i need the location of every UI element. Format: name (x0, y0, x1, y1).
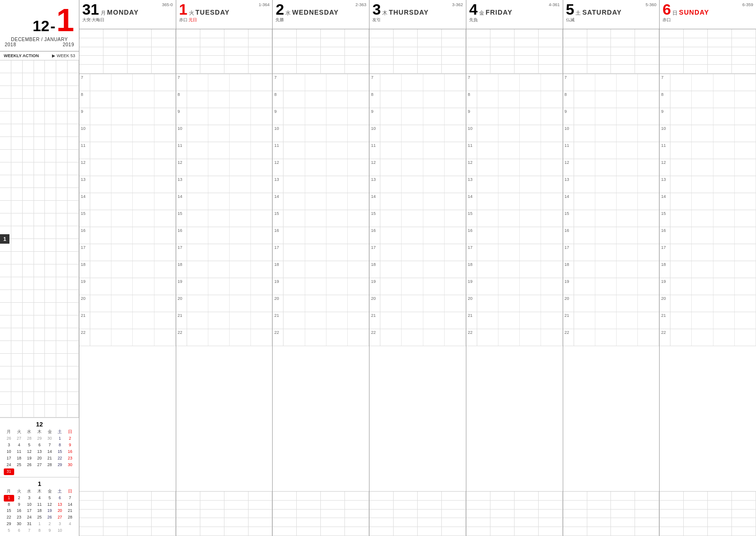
time-row-9[interactable]: 9 (660, 108, 756, 125)
time-row-20[interactable]: 20 (660, 295, 756, 312)
time-row-15[interactable]: 15 (660, 210, 756, 227)
time-row-20[interactable]: 20 (369, 295, 466, 312)
time-row-13[interactable]: 13 (660, 176, 756, 193)
time-row-9[interactable]: 9 (176, 108, 273, 125)
time-row-16[interactable]: 16 (660, 227, 756, 244)
time-row-20[interactable]: 20 (563, 295, 660, 312)
time-row-10[interactable]: 10 (660, 125, 756, 142)
time-row-18[interactable]: 18 (466, 261, 563, 278)
time-row-9[interactable]: 9 (466, 108, 563, 125)
time-row-12[interactable]: 12 (466, 159, 563, 176)
time-row-14[interactable]: 14 (369, 193, 466, 210)
time-row-10[interactable]: 10 (369, 125, 466, 142)
time-row-11[interactable]: 11 (660, 142, 756, 159)
time-row-8[interactable]: 8 (176, 91, 273, 108)
time-row-20[interactable]: 20 (273, 295, 369, 312)
time-row-8[interactable]: 8 (466, 91, 563, 108)
time-row-22[interactable]: 22 (563, 329, 660, 346)
time-row-22[interactable]: 22 (660, 329, 756, 346)
time-row-13[interactable]: 13 (79, 176, 176, 193)
time-row-16[interactable]: 16 (563, 227, 660, 244)
time-row-8[interactable]: 8 (660, 91, 756, 108)
time-row-7[interactable]: 7 (466, 74, 563, 91)
time-row-10[interactable]: 10 (176, 125, 273, 142)
time-row-15[interactable]: 15 (273, 210, 369, 227)
time-row-21[interactable]: 21 (79, 312, 176, 329)
time-row-18[interactable]: 18 (563, 261, 660, 278)
time-row-13[interactable]: 13 (466, 176, 563, 193)
time-row-7[interactable]: 7 (79, 74, 176, 91)
time-row-22[interactable]: 22 (176, 329, 273, 346)
time-row-9[interactable]: 9 (563, 108, 660, 125)
time-row-18[interactable]: 18 (369, 261, 466, 278)
time-body-0[interactable]: 78910111213141516171819202122 (79, 74, 176, 491)
time-row-14[interactable]: 14 (273, 193, 369, 210)
time-row-14[interactable]: 14 (563, 193, 660, 210)
time-row-17[interactable]: 17 (660, 244, 756, 261)
time-row-13[interactable]: 13 (369, 176, 466, 193)
time-row-18[interactable]: 18 (273, 261, 369, 278)
time-row-21[interactable]: 21 (466, 312, 563, 329)
time-row-8[interactable]: 8 (563, 91, 660, 108)
time-row-16[interactable]: 16 (273, 227, 369, 244)
time-row-7[interactable]: 7 (176, 74, 273, 91)
time-row-21[interactable]: 21 (369, 312, 466, 329)
time-row-18[interactable]: 18 (176, 261, 273, 278)
time-row-17[interactable]: 17 (369, 244, 466, 261)
time-row-11[interactable]: 11 (79, 142, 176, 159)
time-row-9[interactable]: 9 (273, 108, 369, 125)
time-row-20[interactable]: 20 (176, 295, 273, 312)
time-row-10[interactable]: 10 (79, 125, 176, 142)
time-row-19[interactable]: 19 (273, 278, 369, 295)
time-row-20[interactable]: 20 (79, 295, 176, 312)
time-row-12[interactable]: 12 (273, 159, 369, 176)
time-row-21[interactable]: 21 (563, 312, 660, 329)
time-row-12[interactable]: 12 (79, 159, 176, 176)
time-row-18[interactable]: 18 (79, 261, 176, 278)
time-row-19[interactable]: 19 (176, 278, 273, 295)
time-row-20[interactable]: 20 (466, 295, 563, 312)
time-row-10[interactable]: 10 (273, 125, 369, 142)
time-row-17[interactable]: 17 (79, 244, 176, 261)
time-row-22[interactable]: 22 (273, 329, 369, 346)
time-row-13[interactable]: 13 (176, 176, 273, 193)
time-row-8[interactable]: 8 (79, 91, 176, 108)
time-row-7[interactable]: 7 (369, 74, 466, 91)
time-body-1[interactable]: 78910111213141516171819202122 (176, 74, 273, 491)
time-row-11[interactable]: 11 (466, 142, 563, 159)
time-body-2[interactable]: 78910111213141516171819202122 (273, 74, 369, 491)
time-body-5[interactable]: 78910111213141516171819202122 (563, 74, 660, 491)
time-row-15[interactable]: 15 (176, 210, 273, 227)
time-row-15[interactable]: 15 (466, 210, 563, 227)
time-row-16[interactable]: 16 (466, 227, 563, 244)
time-row-19[interactable]: 19 (369, 278, 466, 295)
time-row-18[interactable]: 18 (660, 261, 756, 278)
time-row-21[interactable]: 21 (273, 312, 369, 329)
time-row-19[interactable]: 19 (466, 278, 563, 295)
time-row-15[interactable]: 15 (79, 210, 176, 227)
time-row-14[interactable]: 14 (466, 193, 563, 210)
time-row-14[interactable]: 14 (79, 193, 176, 210)
time-row-15[interactable]: 15 (369, 210, 466, 227)
time-row-16[interactable]: 16 (176, 227, 273, 244)
time-row-7[interactable]: 7 (660, 74, 756, 91)
time-row-12[interactable]: 12 (176, 159, 273, 176)
time-row-7[interactable]: 7 (273, 74, 369, 91)
time-row-19[interactable]: 19 (660, 278, 756, 295)
time-row-22[interactable]: 22 (466, 329, 563, 346)
time-row-17[interactable]: 17 (466, 244, 563, 261)
time-row-11[interactable]: 11 (563, 142, 660, 159)
time-row-16[interactable]: 16 (369, 227, 466, 244)
time-row-7[interactable]: 7 (563, 74, 660, 91)
time-row-22[interactable]: 22 (369, 329, 466, 346)
time-body-4[interactable]: 78910111213141516171819202122 (466, 74, 563, 491)
time-row-9[interactable]: 9 (79, 108, 176, 125)
time-row-10[interactable]: 10 (466, 125, 563, 142)
time-row-12[interactable]: 12 (660, 159, 756, 176)
time-row-11[interactable]: 11 (176, 142, 273, 159)
time-row-11[interactable]: 11 (273, 142, 369, 159)
time-row-17[interactable]: 17 (176, 244, 273, 261)
time-row-12[interactable]: 12 (369, 159, 466, 176)
time-row-15[interactable]: 15 (563, 210, 660, 227)
time-row-17[interactable]: 17 (273, 244, 369, 261)
